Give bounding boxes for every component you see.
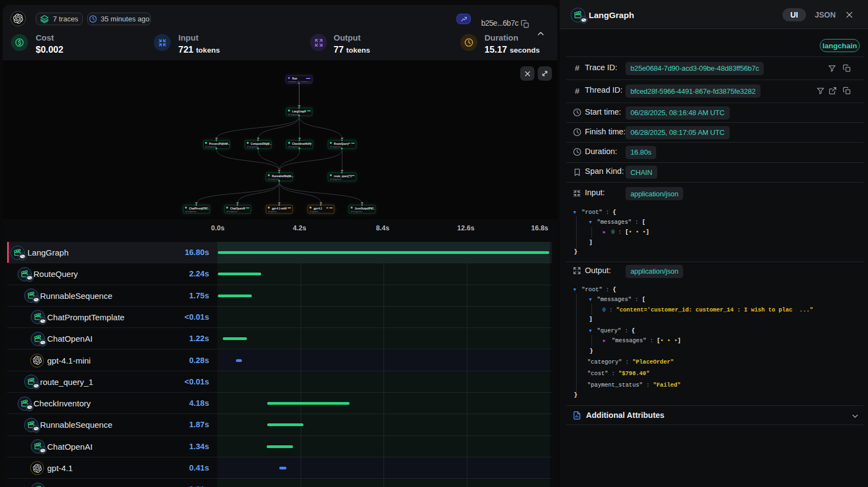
svg-text:⊞ langchain: ⊞ langchain — [205, 146, 217, 148]
svg-text:⊞ langchain: ⊞ langchain — [227, 211, 238, 213]
svg-text:⊞ langchain: ⊞ langchain — [288, 114, 300, 116]
svg-text:ChatOpenAI: ChatOpenAI — [230, 207, 245, 210]
svg-text:⊞ langchain: ⊞ langchain — [268, 178, 280, 180]
svg-text:⊞ langchain: ⊞ langchain — [330, 178, 342, 180]
svg-text:⊞ langchain: ⊞ langchain — [289, 146, 300, 148]
svg-text:⊞ openai: ⊞ openai — [310, 211, 319, 213]
svg-text:⊞ langchain: ⊞ langchain — [330, 146, 342, 148]
svg-text:⊞ langchain: ⊞ langchain — [185, 211, 197, 213]
svg-text:⊞ openai: ⊞ openai — [268, 211, 277, 213]
svg-text:gpt-4.1-mini: gpt-4.1-mini — [272, 207, 287, 210]
svg-text:⊞ langchain: ⊞ langchain — [351, 211, 363, 213]
svg-text:Run: Run — [292, 77, 297, 80]
svg-text:RouteQuery: RouteQuery — [334, 143, 349, 145]
svg-text:⊞ langchain: ⊞ langchain — [247, 146, 258, 148]
svg-text:gpt-4.1: gpt-4.1 — [314, 207, 323, 210]
svg-text:LangGraph: LangGraph — [292, 110, 306, 113]
